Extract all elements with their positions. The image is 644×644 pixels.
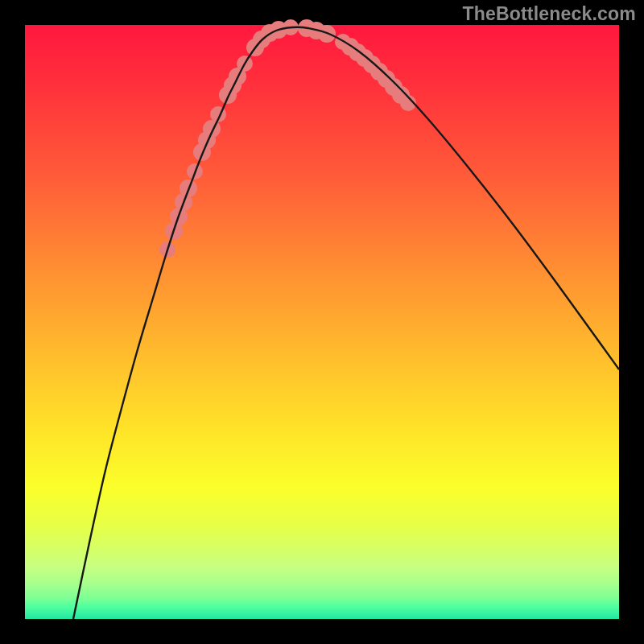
chart-svg	[25, 25, 619, 619]
v-curve-path	[73, 27, 619, 619]
beads-group	[159, 19, 416, 258]
chart-frame: TheBottleneck.com	[0, 0, 644, 644]
bead	[203, 120, 221, 138]
watermark-text: TheBottleneck.com	[462, 3, 636, 25]
